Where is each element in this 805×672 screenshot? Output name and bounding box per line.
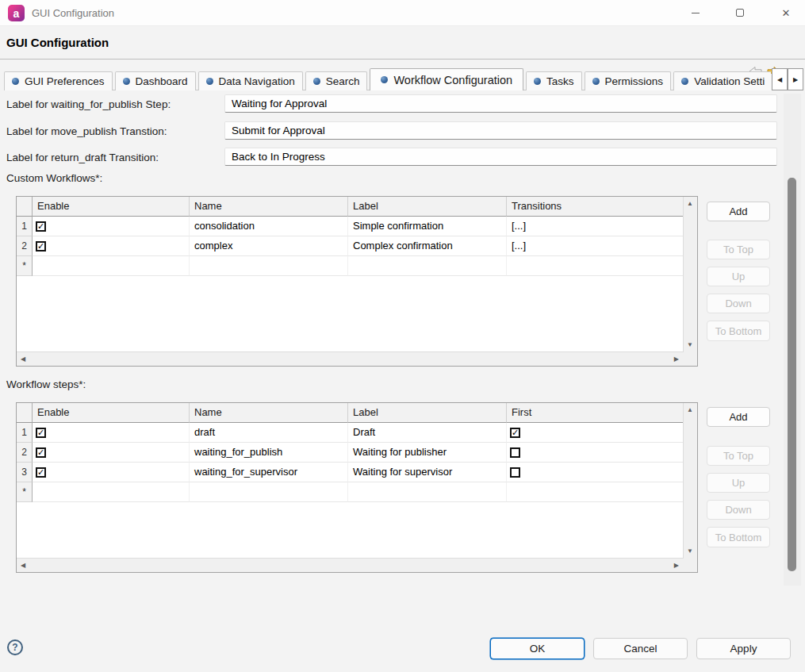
minimize-button[interactable] xyxy=(679,0,712,25)
scroll-up-icon[interactable]: ▲ xyxy=(687,201,693,207)
row-number-cell[interactable]: * xyxy=(17,482,33,502)
cancel-button[interactable]: Cancel xyxy=(593,638,688,659)
row-number-cell[interactable]: * xyxy=(17,256,33,276)
first-checkbox[interactable] xyxy=(510,467,520,478)
tab-dot-icon xyxy=(123,78,130,85)
enable-checkbox[interactable] xyxy=(36,221,46,232)
tab-dot-icon xyxy=(12,78,19,85)
row-number-cell[interactable]: 2 xyxy=(17,443,33,463)
custom-workflows-section-label: Custom Workflows*: xyxy=(6,172,102,185)
first-checkbox[interactable] xyxy=(510,447,520,458)
name-cell[interactable] xyxy=(190,482,348,502)
name-cell[interactable]: waiting_for_supervisor xyxy=(190,463,348,482)
label-cell[interactable] xyxy=(348,482,507,502)
enable-cell[interactable] xyxy=(33,423,190,443)
scroll-down-icon[interactable]: ▼ xyxy=(687,548,693,555)
name-cell[interactable]: draft xyxy=(190,423,348,443)
workflow-steps-to-bottom-button[interactable]: To Bottom xyxy=(707,527,770,547)
tab-tasks[interactable]: Tasks xyxy=(526,71,582,90)
enable-checkbox[interactable] xyxy=(36,467,46,478)
help-icon: ? xyxy=(12,642,17,653)
label-cell[interactable]: Simple confirmation xyxy=(348,217,507,236)
table-vertical-scrollbar[interactable]: ▲ ▼ xyxy=(683,403,697,559)
enable-cell[interactable] xyxy=(33,217,190,236)
name-cell[interactable]: complex xyxy=(190,236,348,256)
transitions-cell[interactable] xyxy=(507,256,683,276)
enable-cell[interactable] xyxy=(33,463,190,482)
first-cell[interactable] xyxy=(507,463,683,482)
tab-scroll-right-button[interactable]: ▶ xyxy=(788,68,803,90)
first-cell[interactable] xyxy=(507,443,683,463)
workflow-steps-table: Enable Name Label First 1 draft Draft 2 … xyxy=(16,402,698,573)
transitions-cell[interactable]: [...] xyxy=(507,236,683,256)
table-vertical-scrollbar[interactable]: ▲ ▼ xyxy=(683,197,697,352)
scroll-up-icon[interactable]: ▲ xyxy=(687,407,693,413)
scroll-left-icon[interactable]: ◀ xyxy=(21,563,25,569)
scroll-down-icon[interactable]: ▼ xyxy=(687,342,693,348)
name-cell[interactable]: consolidation xyxy=(190,217,348,236)
custom-workflows-up-button[interactable]: Up xyxy=(707,267,770,286)
apply-button[interactable]: Apply xyxy=(696,638,791,659)
return-draft-transition-input[interactable] xyxy=(224,148,777,166)
enable-checkbox[interactable] xyxy=(36,428,46,438)
label-cell[interactable]: Waiting for publisher xyxy=(348,443,507,463)
first-checkbox[interactable] xyxy=(510,428,520,438)
close-button[interactable]: ✕ xyxy=(769,0,803,25)
custom-workflows-to-bottom-button[interactable]: To Bottom xyxy=(707,321,770,341)
column-header-transitions: Transitions xyxy=(507,197,683,217)
tab-label: GUI Preferences xyxy=(25,75,105,87)
scroll-right-icon[interactable]: ▶ xyxy=(674,563,679,569)
page-scrollbar-thumb[interactable] xyxy=(788,178,796,571)
column-header-first: First xyxy=(507,403,683,423)
page-scrollbar-track[interactable] xyxy=(784,94,801,586)
label-cell[interactable]: Draft xyxy=(348,423,507,443)
enable-cell[interactable] xyxy=(33,482,190,502)
ok-button[interactable]: OK xyxy=(490,638,585,659)
move-publish-transition-input[interactable] xyxy=(224,121,777,140)
first-cell[interactable] xyxy=(507,423,683,443)
tab-label: Dashboard xyxy=(136,75,188,87)
row-number-cell[interactable]: 2 xyxy=(17,236,33,256)
enable-checkbox[interactable] xyxy=(36,241,46,252)
label-cell[interactable]: Waiting for supervisor xyxy=(348,463,507,482)
app-logo-icon: a xyxy=(8,5,25,21)
enable-cell[interactable] xyxy=(33,236,190,256)
tab-dot-icon xyxy=(381,76,388,83)
custom-workflows-add-button[interactable]: Add xyxy=(707,202,770,221)
scroll-left-icon[interactable]: ◀ xyxy=(21,356,25,363)
enable-cell[interactable] xyxy=(33,256,190,276)
name-cell[interactable] xyxy=(190,256,348,276)
tab-validation-settings[interactable]: Validation Setti xyxy=(673,71,771,90)
custom-workflows-down-button[interactable]: Down xyxy=(707,294,770,313)
tab-search[interactable]: Search xyxy=(305,71,368,90)
enable-cell[interactable] xyxy=(33,443,190,463)
table-horizontal-scrollbar[interactable]: ◀ ▶ xyxy=(17,558,683,572)
workflow-steps-add-button[interactable]: Add xyxy=(707,407,770,427)
label-cell[interactable] xyxy=(348,256,507,276)
table-horizontal-scrollbar[interactable]: ◀ ▶ xyxy=(17,351,683,366)
first-cell[interactable] xyxy=(507,482,683,502)
help-button[interactable]: ? xyxy=(7,639,23,655)
scroll-left-icon: ◀ xyxy=(777,76,782,83)
tab-workflow-configuration[interactable]: Workflow Configuration xyxy=(370,68,523,90)
workflow-steps-down-button[interactable]: Down xyxy=(707,500,770,520)
tab-dashboard[interactable]: Dashboard xyxy=(115,71,196,90)
transitions-cell[interactable]: [...] xyxy=(507,217,683,236)
enable-checkbox[interactable] xyxy=(36,447,46,458)
label-cell[interactable]: Complex confirmation xyxy=(348,236,507,256)
row-number-cell[interactable]: 1 xyxy=(17,423,33,443)
row-number-cell[interactable]: 1 xyxy=(17,217,33,236)
workflow-steps-to-top-button[interactable]: To Top xyxy=(707,446,770,466)
scroll-right-icon[interactable]: ▶ xyxy=(674,356,679,363)
tab-data-navigation[interactable]: Data Navigation xyxy=(198,71,303,90)
name-cell[interactable]: waiting_for_publish xyxy=(190,443,348,463)
maximize-button[interactable] xyxy=(723,0,757,25)
tab-permissions[interactable]: Permissions xyxy=(585,71,672,90)
waiting-for-publish-step-input[interactable] xyxy=(224,94,777,113)
tab-gui-preferences[interactable]: GUI Preferences xyxy=(4,71,113,90)
workflow-steps-up-button[interactable]: Up xyxy=(707,473,770,493)
custom-workflows-to-top-button[interactable]: To Top xyxy=(707,240,770,259)
row-number-cell[interactable]: 3 xyxy=(17,463,33,482)
tab-scroll-left-button[interactable]: ◀ xyxy=(772,68,788,90)
scrollbar-corner xyxy=(683,559,697,572)
